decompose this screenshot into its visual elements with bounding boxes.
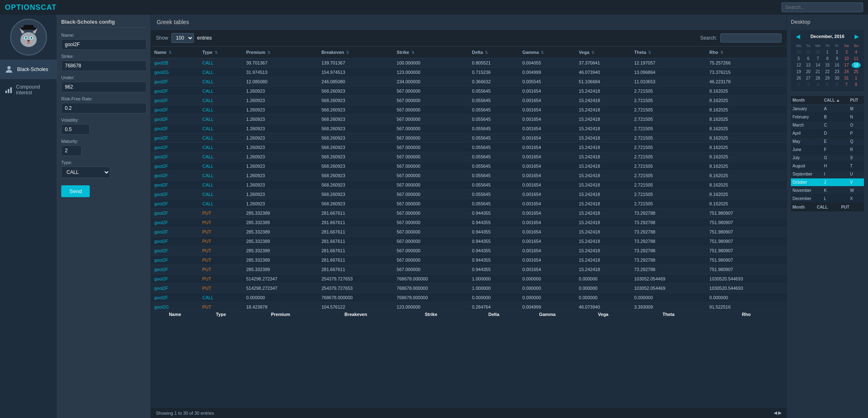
- cal-day[interactable]: 20: [804, 69, 813, 75]
- desktop-title: Desktop: [791, 19, 864, 25]
- mcp-cell-call: F: [822, 146, 848, 154]
- cal-day[interactable]: 6: [804, 56, 813, 62]
- risk-free-rate-input[interactable]: [61, 103, 147, 113]
- chart-icon: [4, 85, 13, 95]
- cal-day[interactable]: 14: [813, 62, 822, 68]
- mcp-col-put[interactable]: PUT: [848, 96, 864, 105]
- cal-day[interactable]: 31: [842, 75, 851, 81]
- cal-day[interactable]: 10: [842, 56, 851, 62]
- sidebar-item-compound-interest[interactable]: Compound interest: [0, 79, 57, 100]
- cal-day[interactable]: 29: [804, 49, 813, 55]
- cal-day[interactable]: 3: [842, 49, 851, 55]
- strike-input[interactable]: [61, 60, 147, 71]
- cal-day[interactable]: 26: [794, 75, 803, 81]
- cal-day[interactable]: 4: [813, 82, 822, 88]
- cell-name: gool2F: [151, 87, 199, 96]
- cal-day[interactable]: 22: [823, 69, 832, 75]
- cal-day[interactable]: 23: [832, 69, 841, 75]
- mcp-row[interactable]: April D P: [791, 129, 864, 138]
- calendar-prev-button[interactable]: ◀: [794, 33, 802, 40]
- cal-day[interactable]: 30: [813, 49, 822, 55]
- cal-day[interactable]: 9: [832, 56, 841, 62]
- calendar-next-button[interactable]: ▶: [853, 33, 861, 40]
- cal-day[interactable]: 11: [852, 56, 861, 62]
- mcp-row[interactable]: February B N: [791, 113, 864, 121]
- col-breakeven[interactable]: Breakeven ⇅: [318, 47, 393, 58]
- cell-theta: 2.721505: [631, 143, 706, 152]
- col-vega[interactable]: Vega ⇅: [575, 47, 631, 58]
- cal-day[interactable]: 15: [823, 62, 832, 68]
- cal-day[interactable]: 13: [804, 62, 813, 68]
- mcp-cell-month: August: [791, 162, 822, 170]
- cal-day[interactable]: 1: [823, 49, 832, 55]
- col-delta[interactable]: Delta ⇅: [468, 47, 519, 58]
- cell-vega: 15.242418: [575, 256, 631, 265]
- global-search-input[interactable]: [781, 2, 863, 12]
- cal-day[interactable]: 4: [852, 49, 861, 55]
- cal-day[interactable]: 29: [823, 75, 832, 81]
- cal-day[interactable]: 5: [794, 56, 803, 62]
- mcp-row[interactable]: September I U: [791, 170, 864, 178]
- cell-premium: 31.974513: [243, 68, 318, 77]
- cal-day[interactable]: 8: [852, 82, 861, 88]
- mcp-cell-put: Q: [848, 138, 864, 146]
- table-search-input[interactable]: [720, 33, 781, 42]
- mcp-row[interactable]: October J V: [791, 178, 864, 187]
- col-name[interactable]: Name ⇅: [151, 47, 199, 58]
- volatility-input[interactable]: [61, 124, 90, 135]
- col-strike[interactable]: Strike ⇅: [393, 47, 468, 58]
- greek-tables-title: Greek tables: [151, 15, 786, 30]
- mcp-row[interactable]: January A M: [791, 105, 864, 113]
- col-theta[interactable]: Theta ⇅: [631, 47, 706, 58]
- cell-delta: 0.055645: [468, 171, 519, 180]
- cal-day[interactable]: 28: [794, 49, 803, 55]
- cal-day[interactable]: 27: [804, 75, 813, 81]
- mcp-row[interactable]: July G S: [791, 154, 864, 162]
- col-rho[interactable]: Rho ⇅: [706, 47, 786, 58]
- col-premium[interactable]: Premium ⇅: [243, 47, 318, 58]
- mcp-row[interactable]: December L X: [791, 195, 864, 203]
- cal-day[interactable]: 2: [832, 49, 841, 55]
- mcp-row[interactable]: November K W: [791, 187, 864, 195]
- cal-day[interactable]: 2: [794, 82, 803, 88]
- under-input[interactable]: [61, 82, 147, 92]
- cal-day[interactable]: 7: [842, 82, 851, 88]
- name-input[interactable]: [61, 39, 147, 50]
- mcp-col-call[interactable]: CALL ▲: [822, 96, 848, 105]
- cal-day[interactable]: 25: [852, 69, 861, 75]
- mcp-row[interactable]: June F R: [791, 146, 864, 154]
- cal-day[interactable]: 8: [823, 56, 832, 62]
- cal-day[interactable]: 12: [794, 62, 803, 68]
- mcp-col-month[interactable]: Month: [791, 96, 822, 105]
- cal-day[interactable]: 6: [832, 82, 841, 88]
- maturity-input[interactable]: [61, 145, 82, 156]
- cell-name: gool2F: [151, 96, 199, 105]
- cell-gamma: 0.001654: [519, 180, 575, 190]
- cal-day[interactable]: 19: [794, 69, 803, 75]
- cell-theta: 2.721505: [631, 162, 706, 171]
- mcp-row[interactable]: August H T: [791, 162, 864, 170]
- mcp-cell-put: W: [848, 187, 864, 195]
- cal-day[interactable]: 30: [832, 75, 841, 81]
- cell-premium: 514298.272347: [243, 274, 318, 284]
- cal-day[interactable]: 24: [842, 69, 851, 75]
- config-panel: Black-Scholes config Name: Strike: Under…: [57, 15, 151, 418]
- mcp-row[interactable]: May E Q: [791, 138, 864, 146]
- type-select[interactable]: CALL PUT: [61, 167, 110, 178]
- cal-day-today[interactable]: 18: [852, 62, 861, 68]
- send-button[interactable]: Send: [61, 185, 90, 197]
- cal-day[interactable]: 3: [804, 82, 813, 88]
- cal-day[interactable]: 16: [832, 62, 841, 68]
- col-type[interactable]: Type ⇅: [199, 47, 243, 58]
- cal-day[interactable]: 7: [813, 56, 822, 62]
- col-gamma[interactable]: Gamma ⇅: [519, 47, 575, 58]
- cal-day[interactable]: 1: [852, 75, 861, 81]
- entries-select[interactable]: 102550100: [171, 33, 194, 43]
- cal-day[interactable]: 28: [813, 75, 822, 81]
- cal-day[interactable]: 5: [823, 82, 832, 88]
- cal-day[interactable]: 21: [813, 69, 822, 75]
- cell-type: CALL: [199, 180, 243, 190]
- cal-day[interactable]: 17: [842, 62, 851, 68]
- sidebar-item-black-scholes[interactable]: Black-Scholes: [0, 60, 57, 79]
- mcp-row[interactable]: March C O: [791, 121, 864, 129]
